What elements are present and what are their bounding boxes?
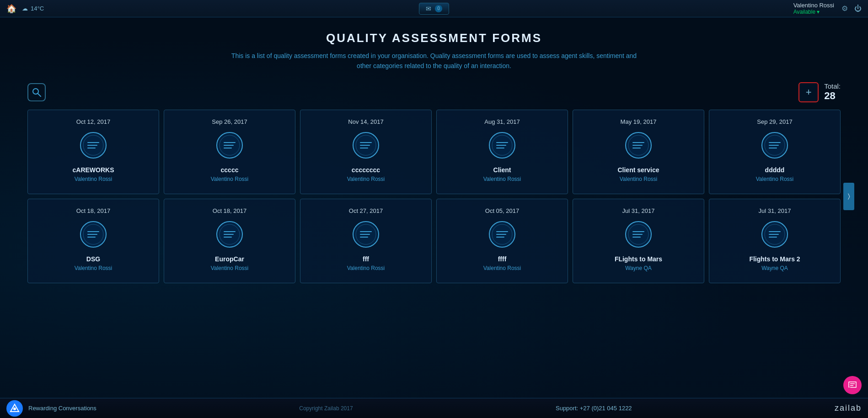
card-date: Oct 27, 2017 bbox=[349, 207, 383, 214]
svg-point-0 bbox=[33, 89, 38, 94]
cards-section: Oct 12, 2017 cAREWORKS Valentino Rossi S… bbox=[27, 110, 841, 283]
form-card[interactable]: Jul 31, 2017 FLights to Mars Wayne QA bbox=[573, 199, 704, 283]
card-date: Sep 26, 2017 bbox=[212, 118, 247, 125]
svg-point-63 bbox=[13, 407, 16, 410]
temperature-label: 14°C bbox=[31, 5, 44, 12]
card-name: DSG bbox=[86, 255, 100, 263]
support-label: Support: +27 (0)21 045 1222 bbox=[556, 405, 632, 412]
toolbar: + Total: 28 bbox=[27, 82, 841, 102]
card-date: May 19, 2017 bbox=[621, 118, 657, 125]
form-card[interactable]: May 19, 2017 Client service Valentino Ro… bbox=[573, 110, 704, 194]
card-date: Nov 14, 2017 bbox=[348, 118, 383, 125]
mail-icon-wrap[interactable]: ✉ 0 bbox=[419, 3, 449, 15]
bottom-left: Rewarding Conversations bbox=[6, 400, 96, 417]
form-card[interactable]: Oct 05, 2017 ffff Valentino Rossi bbox=[436, 199, 568, 283]
card-name: Client service bbox=[617, 166, 659, 174]
form-card[interactable]: Sep 26, 2017 ccccc Valentino Rossi bbox=[164, 110, 295, 194]
card-owner: Valentino Rossi bbox=[75, 265, 113, 271]
mail-icon: ✉ bbox=[426, 5, 431, 12]
card-name: ddddd bbox=[765, 166, 785, 174]
card-name: FLights to Mars bbox=[615, 255, 662, 263]
card-form-icon bbox=[352, 132, 380, 159]
top-bar-right: Valentino Rossi Available ▾ ⚙ ⏻ bbox=[793, 2, 862, 15]
card-date: Jul 31, 2017 bbox=[622, 207, 655, 214]
top-bar-left: 🏠 ☁ 14°C bbox=[6, 4, 44, 14]
card-owner: Valentino Rossi bbox=[211, 265, 249, 271]
user-name: Valentino Rossi bbox=[793, 2, 834, 9]
card-form-icon bbox=[625, 221, 652, 248]
card-form-icon bbox=[80, 221, 107, 248]
card-form-icon bbox=[216, 132, 243, 159]
cards-row-1: Oct 12, 2017 cAREWORKS Valentino Rossi S… bbox=[27, 110, 841, 194]
chat-fab-button[interactable] bbox=[843, 376, 862, 394]
form-card[interactable]: Sep 29, 2017 ddddd Valentino Rossi bbox=[709, 110, 841, 194]
total-info: Total: 28 bbox=[824, 82, 841, 102]
card-date: Jul 31, 2017 bbox=[759, 207, 791, 214]
card-owner: Valentino Rossi bbox=[483, 265, 521, 271]
bottom-right: zailab bbox=[835, 403, 862, 413]
weather-icon: ☁ bbox=[22, 5, 28, 12]
card-owner: Valentino Rossi bbox=[75, 176, 113, 182]
card-owner: Wayne QA bbox=[761, 265, 788, 271]
card-form-icon bbox=[488, 132, 516, 159]
card-form-icon bbox=[488, 221, 516, 248]
form-card[interactable]: Oct 12, 2017 cAREWORKS Valentino Rossi bbox=[27, 110, 159, 194]
card-owner: Valentino Rossi bbox=[347, 265, 385, 271]
top-bar: 🏠 ☁ 14°C ✉ 0 Valentino Rossi Available ▾… bbox=[0, 0, 868, 17]
card-owner: Wayne QA bbox=[625, 265, 652, 271]
form-card[interactable]: Oct 18, 2017 EuropCar Valentino Rossi bbox=[164, 199, 295, 283]
home-icon[interactable]: 🏠 bbox=[6, 4, 16, 14]
card-form-icon bbox=[761, 132, 788, 159]
card-owner: Valentino Rossi bbox=[756, 176, 794, 182]
card-date: Oct 12, 2017 bbox=[76, 118, 110, 125]
zailab-brand: zailab bbox=[835, 403, 862, 413]
card-date: Sep 29, 2017 bbox=[757, 118, 792, 125]
card-name: Client bbox=[493, 166, 511, 174]
total-count: 28 bbox=[824, 90, 841, 102]
add-form-button[interactable]: + bbox=[798, 82, 819, 102]
mail-badge: 0 bbox=[435, 5, 442, 12]
zailab-logo-small bbox=[6, 400, 23, 417]
weather-info: ☁ 14°C bbox=[22, 5, 44, 12]
card-name: ffff bbox=[498, 255, 507, 263]
form-card[interactable]: Jul 31, 2017 Flights to Mars 2 Wayne QA bbox=[709, 199, 841, 283]
svg-line-1 bbox=[38, 94, 41, 96]
copyright-label: Copyright Zailab 2017 bbox=[299, 405, 353, 412]
card-form-icon bbox=[216, 221, 243, 248]
page-title: QUALITY ASSESSMENT FORMS bbox=[27, 31, 841, 45]
card-name: fff bbox=[363, 255, 369, 263]
card-owner: Valentino Rossi bbox=[620, 176, 658, 182]
form-card[interactable]: Aug 31, 2017 Client Valentino Rossi bbox=[436, 110, 568, 194]
toolbar-right: + Total: 28 bbox=[798, 82, 841, 102]
rewarding-label: Rewarding Conversations bbox=[28, 405, 96, 412]
next-page-button[interactable]: 〉 bbox=[843, 183, 854, 210]
card-name: Flights to Mars 2 bbox=[749, 255, 800, 263]
main-content: QUALITY ASSESSMENT FORMS This is a list … bbox=[0, 17, 868, 297]
settings-icon[interactable]: ⚙ bbox=[841, 4, 848, 13]
total-label: Total: bbox=[824, 82, 841, 90]
form-card[interactable]: Oct 27, 2017 fff Valentino Rossi bbox=[300, 199, 432, 283]
user-status[interactable]: Available ▾ bbox=[793, 9, 834, 15]
form-card[interactable]: Nov 14, 2017 cccccccc Valentino Rossi bbox=[300, 110, 432, 194]
user-info: Valentino Rossi Available ▾ bbox=[793, 2, 834, 15]
card-name: cAREWORKS bbox=[72, 166, 114, 174]
card-form-icon bbox=[352, 221, 380, 248]
card-form-icon bbox=[761, 221, 788, 248]
bottom-bar: Rewarding Conversations Copyright Zailab… bbox=[0, 398, 868, 418]
card-date: Aug 31, 2017 bbox=[484, 118, 520, 125]
top-icons: ⚙ ⏻ bbox=[841, 4, 862, 13]
card-date: Oct 18, 2017 bbox=[213, 207, 246, 214]
card-owner: Valentino Rossi bbox=[211, 176, 249, 182]
page-description: This is a list of quality assessment for… bbox=[228, 51, 640, 71]
cards-row-2: Oct 18, 2017 DSG Valentino Rossi Oct 18,… bbox=[27, 199, 841, 283]
card-name: ccccc bbox=[221, 166, 239, 174]
card-owner: Valentino Rossi bbox=[483, 176, 521, 182]
search-button[interactable] bbox=[27, 83, 46, 101]
card-name: EuropCar bbox=[215, 255, 244, 263]
card-owner: Valentino Rossi bbox=[347, 176, 385, 182]
form-card[interactable]: Oct 18, 2017 DSG Valentino Rossi bbox=[27, 199, 159, 283]
card-name: cccccccc bbox=[352, 166, 380, 174]
power-icon[interactable]: ⏻ bbox=[854, 5, 862, 13]
card-date: Oct 05, 2017 bbox=[485, 207, 519, 214]
top-bar-center: ✉ 0 bbox=[419, 3, 449, 15]
